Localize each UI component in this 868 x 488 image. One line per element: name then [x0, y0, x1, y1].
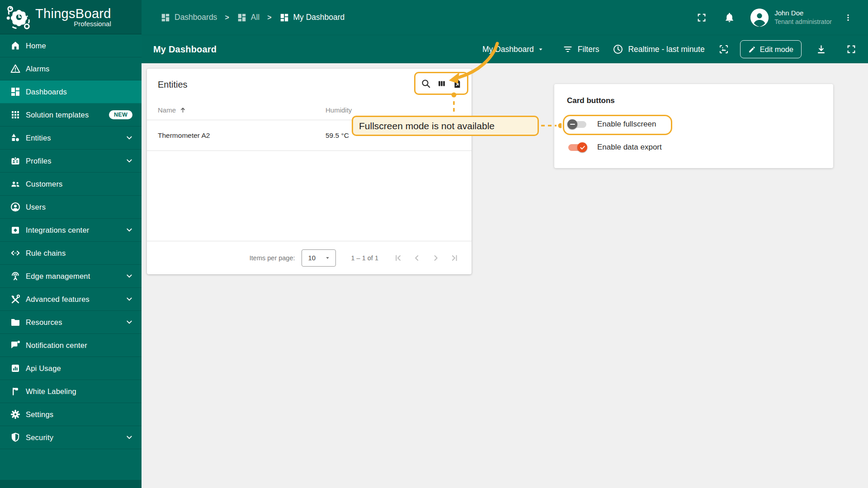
download-button[interactable] — [816, 44, 826, 55]
antenna-icon — [10, 271, 21, 282]
breadcrumb-dashboards[interactable]: Dashboards — [160, 13, 217, 23]
sidebar: ThingsBoard Professional Home Alarms Das… — [0, 0, 142, 488]
avatar[interactable] — [750, 9, 769, 27]
columns-icon — [437, 79, 447, 89]
items-per-page-value: 10 — [308, 254, 316, 262]
toolbar-fullscreen-button[interactable] — [846, 44, 856, 54]
chevron-down-icon — [126, 135, 132, 141]
sidebar-item-rule-chains[interactable]: Rule chains — [0, 242, 142, 265]
last-page-button[interactable] — [448, 251, 462, 265]
toggle-knob-check-icon — [577, 142, 587, 152]
message-icon — [10, 340, 21, 351]
shapes-icon — [10, 132, 21, 143]
sidebar-item-entities[interactable]: Entities — [0, 127, 142, 150]
filters-label: Filters — [578, 45, 599, 54]
breadcrumb-my-dashboard[interactable]: My Dashboard — [279, 13, 345, 23]
flag-icon — [10, 386, 21, 397]
sidebar-item-dashboards[interactable]: Dashboards — [0, 80, 142, 103]
breadcrumb-label: All — [251, 13, 259, 22]
bell-icon — [724, 12, 735, 23]
first-page-button[interactable] — [391, 251, 405, 265]
chevron-down-icon — [126, 296, 132, 302]
toggle-knob-minus-icon — [567, 119, 577, 129]
page-range-label: 1 – 1 of 1 — [351, 254, 378, 262]
card-buttons-title: Card buttons — [554, 84, 833, 105]
chevron-down-icon — [126, 273, 132, 279]
sidebar-item-customers[interactable]: Customers — [0, 173, 142, 196]
chevron-down-icon — [126, 434, 132, 441]
sidebar-item-settings[interactable]: Settings — [0, 403, 142, 426]
edit-mode-button[interactable]: Edit mode — [740, 40, 802, 58]
prev-page-icon — [412, 253, 422, 263]
columns-button[interactable] — [437, 79, 447, 89]
sidebar-item-users[interactable]: Users — [0, 196, 142, 219]
sidebar-item-label: Notification center — [26, 341, 87, 350]
dashboard-image-button[interactable] — [718, 44, 729, 55]
dashboard-icon — [279, 13, 289, 23]
tools-icon — [10, 294, 21, 305]
sidebar-item-api-usage[interactable]: Api Usage — [0, 357, 142, 380]
fullscreen-icon — [697, 13, 707, 23]
items-per-page-select[interactable]: 10 — [302, 249, 336, 267]
sidebar-item-alarms[interactable]: Alarms — [0, 57, 142, 80]
caret-down-icon — [325, 255, 330, 260]
sidebar-menu: Home Alarms Dashboards Solution template… — [0, 34, 142, 449]
column-header-humidity[interactable]: Humidity — [326, 106, 461, 114]
dashboard-select-value: My Dashboard — [482, 45, 534, 54]
timewindow-label: Realtime - last minute — [628, 45, 704, 54]
sidebar-footer — [0, 480, 142, 488]
sidebar-item-label: Settings — [26, 410, 53, 419]
sidebar-item-solution-templates[interactable]: Solution templates NEW — [0, 103, 142, 127]
column-header-name[interactable]: Name — [158, 106, 326, 114]
fullscreen-icon — [846, 44, 856, 54]
enable-fullscreen-row: Enable fullscreen — [554, 114, 833, 134]
edit-mode-label: Edit mode — [760, 45, 793, 54]
toggle-label: Enable fullscreen — [597, 120, 656, 129]
more-menu-button[interactable] — [844, 13, 853, 23]
new-badge: NEW — [109, 110, 132, 119]
people-icon — [10, 178, 21, 189]
app-logo[interactable]: ThingsBoard Professional — [0, 0, 142, 34]
sort-asc-icon — [179, 107, 186, 113]
breadcrumb-label: Dashboards — [175, 13, 217, 22]
sidebar-item-edge-management[interactable]: Edge management — [0, 265, 142, 288]
chevron-down-icon — [126, 319, 132, 325]
caret-down-icon — [538, 47, 543, 52]
person-icon — [10, 202, 21, 212]
sidebar-item-label: Customers — [26, 180, 63, 188]
search-button[interactable] — [420, 78, 431, 89]
annotation-tooltip: Fullscreen mode is not available — [352, 116, 539, 136]
sidebar-item-integrations-center[interactable]: Integrations center — [0, 219, 142, 242]
kebab-menu-icon — [844, 13, 853, 23]
sidebar-item-label: Security — [26, 433, 53, 442]
enable-data-export-toggle[interactable] — [567, 142, 587, 152]
sidebar-item-notification-center[interactable]: Notification center — [0, 334, 142, 357]
sidebar-item-white-labeling[interactable]: White Labeling — [0, 380, 142, 403]
export-button[interactable] — [452, 79, 462, 89]
sidebar-item-home[interactable]: Home — [0, 34, 142, 57]
last-page-icon — [450, 253, 460, 263]
user-info[interactable]: John Doe Tenant administrator — [774, 9, 832, 26]
dashboard-icon — [237, 13, 247, 23]
sidebar-item-resources[interactable]: Resources — [0, 311, 142, 334]
enable-data-export-row: Enable data export — [554, 137, 833, 157]
filters-button[interactable]: Filters — [562, 44, 599, 55]
first-page-icon — [393, 253, 403, 263]
notifications-button[interactable] — [724, 12, 735, 23]
user-name: John Doe — [774, 9, 832, 18]
sidebar-item-security[interactable]: Security — [0, 426, 142, 449]
user-role: Tenant administrator — [774, 18, 832, 26]
fullscreen-button[interactable] — [697, 13, 707, 23]
timewindow-button[interactable]: Realtime - last minute — [613, 44, 704, 55]
enable-fullscreen-toggle[interactable] — [567, 119, 587, 129]
thingsboard-logo-icon — [5, 4, 32, 30]
app-name: ThingsBoard — [35, 6, 111, 21]
prev-page-button[interactable] — [410, 251, 424, 265]
sidebar-item-advanced-features[interactable]: Advanced features — [0, 288, 142, 311]
sidebar-item-label: Dashboards — [26, 88, 67, 96]
next-page-button[interactable] — [429, 251, 443, 265]
dashboard-state-select[interactable]: My Dashboard — [482, 45, 543, 54]
sidebar-item-profiles[interactable]: Profiles — [0, 150, 142, 173]
breadcrumb-all[interactable]: All — [237, 13, 259, 23]
next-page-icon — [431, 253, 441, 263]
